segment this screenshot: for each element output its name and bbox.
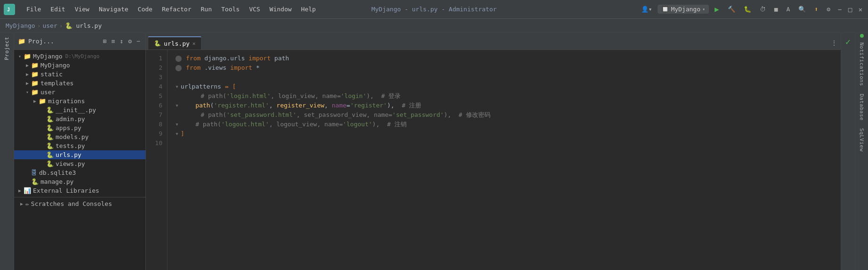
symbol-1: path: [271, 54, 289, 64]
window-title: MyDjango - urls.py - Administrator: [371, 6, 497, 13]
project-panel: 📁 Proj... ⊞ ≡ ↕ ⚙ − ▾ 📁 MyDjango D:\MyDj…: [14, 33, 146, 270]
init-file-icon: 🐍: [46, 106, 54, 114]
breadcrumb-file[interactable]: 🐍 urls.py: [65, 22, 102, 29]
profile-run-button[interactable]: ⏱: [757, 5, 769, 14]
line-num-1: 1: [146, 54, 167, 63]
maximize-button[interactable]: □: [846, 6, 854, 13]
project-header: 📁 Proj... ⊞ ≡ ↕ ⚙ −: [14, 33, 145, 50]
code-line-6: ▾ path('register.html', register_view, n…: [175, 101, 841, 110]
menu-navigate[interactable]: Navigate: [95, 4, 132, 15]
update-button[interactable]: ⬆: [812, 5, 821, 14]
folder-icon: 📁: [18, 38, 25, 45]
tree-urls-label: urls.py: [56, 151, 81, 158]
recent-files-button[interactable]: ⋮: [829, 38, 839, 48]
code-line-8: ▾ # path('logout.html', logout_view, nam…: [175, 120, 841, 129]
tree-apps-label: apps.py: [56, 124, 81, 131]
menu-vcs[interactable]: VCS: [245, 4, 264, 15]
title-bar: J File Edit View Navigate Code Refactor …: [0, 0, 868, 19]
tree-root[interactable]: ▾ 📁 MyDjango D:\MyDjango: [14, 52, 145, 61]
hide-panel-button[interactable]: −: [135, 37, 142, 46]
menu-view[interactable]: View: [71, 4, 93, 15]
code-view[interactable]: ⬤from django.urls import path ⬤from .vie…: [168, 50, 841, 270]
close-button[interactable]: ✕: [857, 6, 864, 13]
tree-arrow-extlib: ▶: [16, 188, 24, 193]
sort-button[interactable]: ↕: [119, 37, 125, 46]
search-button[interactable]: 🔍: [796, 5, 809, 14]
tree-arrow-templates: ▶: [24, 81, 31, 86]
tab-label: urls.py: [164, 40, 190, 47]
tree-static[interactable]: ▶ 📁 static: [14, 70, 145, 79]
punct-equals: = [: [221, 82, 236, 92]
menu-tools[interactable]: Tools: [217, 4, 243, 15]
menu-help[interactable]: Help: [297, 4, 320, 15]
tree-templates[interactable]: ▶ 📁 templates: [14, 79, 145, 88]
tree-models[interactable]: ▶ 🐍 models.py: [14, 132, 145, 141]
stop-button[interactable]: ■: [772, 5, 781, 14]
static-folder-icon: 📁: [31, 71, 39, 78]
fold-arrow-8[interactable]: ▾: [175, 120, 179, 130]
right-icons-panel: ✓: [841, 33, 855, 270]
notifications-panel-label[interactable]: Notifications: [859, 39, 865, 90]
tree-manage[interactable]: ▶ 🐍 manage.py: [14, 177, 145, 186]
fold-arrow-4[interactable]: ▾: [175, 82, 179, 92]
code-line-2: ⬤from .views import *: [175, 63, 841, 73]
code-line-1: ⬤from django.urls import path: [175, 54, 841, 63]
tree-mydjango-label: MyDjango: [40, 62, 70, 69]
tree-arrow-migrations: ▶: [31, 98, 39, 104]
menu-refactor[interactable]: Refactor: [158, 4, 195, 15]
menu-window[interactable]: Window: [266, 4, 296, 15]
breadcrumb-sep-1: ›: [37, 22, 41, 29]
sqlview-panel-label[interactable]: SqLView: [859, 124, 865, 155]
tree-mydjango[interactable]: ▶ 📁 MyDjango: [14, 61, 145, 70]
tree-tests[interactable]: ▶ 🐍 tests.py: [14, 141, 145, 150]
database-panel-label[interactable]: Database: [859, 90, 865, 124]
fold-arrow-9[interactable]: ▾: [175, 129, 179, 139]
collapse-all-button[interactable]: ⊞: [102, 37, 108, 46]
run-config-chevron[interactable]: ▾: [702, 7, 705, 12]
tree-apps[interactable]: ▶ 🐍 apps.py: [14, 123, 145, 132]
tab-close-button[interactable]: ✕: [193, 41, 196, 47]
project-header-right: ⊞ ≡ ↕ ⚙ −: [102, 37, 142, 46]
settings-button[interactable]: ⚙: [824, 5, 833, 14]
keyword-from-2: from: [186, 63, 201, 73]
main-area: Project 📁 Proj... ⊞ ≡ ↕ ⚙ − ▾ 📁 MyDjango: [0, 33, 868, 270]
menu-run[interactable]: Run: [197, 4, 216, 15]
tree-init[interactable]: ▶ 🐍 __init__.py: [14, 106, 145, 115]
paren-open-6: (: [210, 101, 214, 111]
code-line-7: ⬤ # path('set_password.html', set_passwo…: [175, 110, 841, 120]
tests-file-icon: 🐍: [46, 142, 54, 149]
tab-urls-py[interactable]: 🐍 urls.py ✕: [148, 36, 201, 49]
tree-arrow-root: ▾: [16, 54, 24, 59]
tree-arrow-static: ▶: [24, 72, 31, 77]
templates-folder-icon: 📁: [31, 80, 39, 87]
models-file-icon: 🐍: [46, 133, 54, 140]
tree-views[interactable]: ▶ 🐍 views.py: [14, 159, 145, 168]
tree-migrations[interactable]: ▶ 📁 migrations: [14, 97, 145, 106]
line-num-2: 2: [146, 63, 167, 73]
scratches-row[interactable]: ▶ ✏ Scratches and Consoles: [14, 197, 145, 210]
tree-user[interactable]: ▾ 📁 user: [14, 88, 145, 97]
tree-admin[interactable]: ▶ 🐍 admin.py: [14, 115, 145, 123]
notification-dot: [860, 34, 864, 38]
tree-extlib[interactable]: ▶ 📊 External Libraries: [14, 186, 145, 195]
project-tab-label[interactable]: Project: [4, 33, 10, 64]
breadcrumb-project[interactable]: MyDjango: [6, 22, 35, 29]
minimize-button[interactable]: −: [836, 6, 844, 13]
settings-gear-icon[interactable]: ⚙: [127, 37, 133, 46]
run-config-label[interactable]: MyDjango: [671, 6, 700, 13]
run-button[interactable]: ▶: [712, 4, 722, 15]
tree-urls[interactable]: ▶ 🐍 urls.py: [14, 150, 145, 159]
fold-arrow-6[interactable]: ▾: [175, 101, 179, 111]
admin-file-icon: 🐍: [46, 115, 54, 123]
build-button[interactable]: 🔨: [725, 5, 738, 14]
scroll-center-button[interactable]: ≡: [110, 37, 117, 46]
line-num-9: 9: [146, 129, 167, 139]
debug-button[interactable]: 🐛: [741, 5, 754, 14]
breadcrumb-user[interactable]: user: [42, 22, 57, 29]
profile-button[interactable]: 👤▾: [638, 5, 655, 14]
tree-db[interactable]: ▶ 🗄 db.sqlite3: [14, 168, 145, 177]
menu-edit[interactable]: Edit: [47, 4, 69, 15]
menu-file[interactable]: File: [23, 4, 45, 15]
translate-button[interactable]: A: [784, 5, 793, 14]
menu-code[interactable]: Code: [134, 4, 156, 15]
